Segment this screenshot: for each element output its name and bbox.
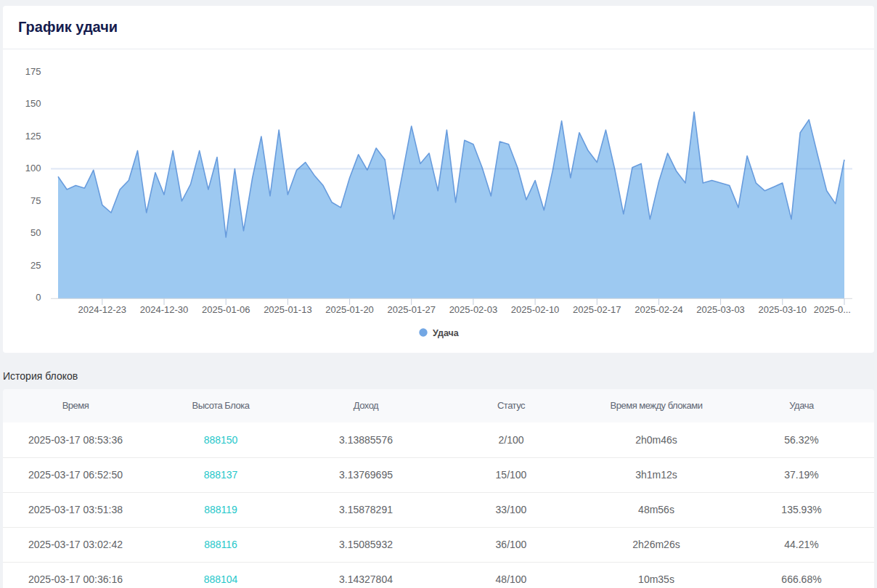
svg-text:125: 125 [25, 131, 41, 142]
svg-text:0: 0 [36, 292, 41, 303]
svg-text:2025-01-06: 2025-01-06 [202, 304, 250, 315]
svg-text:75: 75 [30, 195, 41, 206]
svg-text:2024-12-30: 2024-12-30 [140, 304, 189, 315]
svg-text:2025-03-03: 2025-03-03 [696, 304, 745, 315]
svg-text:25: 25 [30, 260, 41, 271]
svg-text:Удача: Удача [433, 328, 460, 338]
svg-text:2025-02-03: 2025-02-03 [449, 304, 498, 315]
svg-text:50: 50 [30, 227, 41, 238]
svg-text:2025-0...: 2025-0... [814, 304, 851, 315]
svg-text:2025-01-13: 2025-01-13 [264, 304, 312, 315]
svg-text:175: 175 [25, 66, 41, 77]
svg-text:2025-02-24: 2025-02-24 [635, 304, 683, 315]
svg-text:2025-01-20: 2025-01-20 [325, 304, 374, 315]
svg-text:2025-03-10: 2025-03-10 [759, 304, 807, 315]
svg-text:2025-02-10: 2025-02-10 [511, 304, 560, 315]
svg-text:150: 150 [25, 98, 41, 109]
svg-text:2025-01-27: 2025-01-27 [387, 304, 436, 315]
svg-text:2024-12-23: 2024-12-23 [78, 304, 127, 315]
svg-text:100: 100 [25, 163, 41, 173]
svg-text:2025-02-17: 2025-02-17 [573, 304, 621, 315]
